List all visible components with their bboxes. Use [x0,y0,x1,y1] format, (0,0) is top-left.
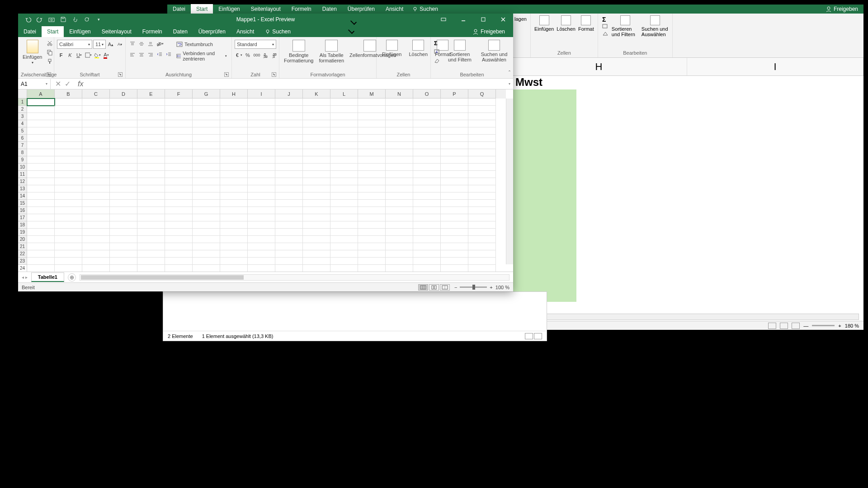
cell[interactable] [303,164,330,171]
align-bottom-button[interactable] [146,40,155,48]
cell[interactable] [358,142,386,149]
new-sheet-button[interactable]: ⊕ [68,273,76,282]
cell[interactable] [275,192,303,200]
cell[interactable] [358,243,386,250]
decrease-decimal-button[interactable]: ,00,0 [271,51,279,60]
cell[interactable] [386,127,413,135]
touch-mode-button[interactable] [71,16,79,23]
cell[interactable] [27,106,55,113]
normal-view-button[interactable] [418,284,428,291]
cell[interactable] [413,149,441,156]
cell[interactable] [27,258,55,265]
cell[interactable] [55,127,82,135]
row-header-1[interactable]: 1 [18,99,27,106]
cell[interactable] [165,142,193,149]
cell[interactable] [275,156,303,164]
column-header-e[interactable]: E [137,89,165,99]
cell[interactable] [27,265,55,272]
cell[interactable] [358,200,386,207]
cell[interactable] [413,120,441,127]
close-button[interactable] [493,14,513,25]
cell[interactable] [248,192,275,200]
cell[interactable] [82,200,110,207]
cell[interactable] [386,156,413,164]
cell[interactable] [137,200,165,207]
cell[interactable] [386,243,413,250]
row-header-4[interactable]: 4 [18,120,27,127]
cell[interactable] [137,99,165,106]
column-header-o[interactable]: O [413,89,441,99]
cell[interactable] [82,99,110,106]
cell[interactable] [468,243,496,250]
zoom-in-button[interactable]: + [490,285,492,290]
cell[interactable] [386,258,413,265]
cell[interactable] [303,243,330,250]
cell[interactable] [468,106,496,113]
cell[interactable] [275,135,303,142]
cell[interactable] [165,106,193,113]
cell[interactable] [110,156,137,164]
paste-button[interactable]: Einfügen ▾ [21,39,44,66]
tab-formeln[interactable]: Formeln [137,26,168,37]
cell[interactable] [82,185,110,192]
decrease-font-button[interactable]: A▾ [116,40,124,49]
cell[interactable] [386,99,413,106]
cell[interactable] [330,192,358,200]
cell[interactable] [330,171,358,178]
cell[interactable] [193,171,220,178]
cell[interactable] [275,120,303,127]
cell[interactable] [165,221,193,229]
cell[interactable] [468,149,496,156]
cell[interactable] [165,185,193,192]
camera-button[interactable] [48,16,55,23]
cell[interactable] [220,207,248,214]
tab-datei[interactable]: Datei [18,26,42,37]
spreadsheet-grid[interactable]: ABCDEFGHIJKLMNOPQ 1234567891011121314151… [18,89,513,272]
cell[interactable] [137,178,165,185]
cell[interactable] [220,265,248,272]
cell[interactable] [358,164,386,171]
cell[interactable] [275,214,303,221]
cell[interactable] [413,178,441,185]
cell[interactable] [220,127,248,135]
underline-button[interactable]: U▾ [75,51,83,60]
page-layout-view-button[interactable] [429,284,439,291]
cell[interactable] [110,192,137,200]
cell[interactable] [110,258,137,265]
cell[interactable] [165,156,193,164]
cell[interactable] [55,135,82,142]
cell[interactable] [165,192,193,200]
cell[interactable] [82,164,110,171]
cell[interactable] [137,229,165,236]
cell[interactable] [82,258,110,265]
cell[interactable] [27,221,55,229]
tab-seitenlayout[interactable]: Seitenlayout [96,26,137,37]
cell[interactable] [137,142,165,149]
sheet-nav-buttons[interactable]: ◂ ▸ [18,275,31,280]
cell[interactable] [55,106,82,113]
cell[interactable] [275,207,303,214]
page-break-view-button[interactable] [440,284,450,291]
cell[interactable] [386,164,413,171]
ribbon-display-button[interactable] [434,14,453,25]
row-header-17[interactable]: 17 [18,214,27,221]
row-header-6[interactable]: 6 [18,135,27,142]
bg-zoom-level[interactable]: 180 % [845,323,859,328]
cell[interactable] [193,127,220,135]
merge-center-button[interactable]: Verbinden und zentrieren▾ [175,52,229,61]
cell[interactable] [468,120,496,127]
cell[interactable] [220,106,248,113]
cell[interactable] [137,214,165,221]
cell[interactable] [82,243,110,250]
bg-insert-button[interactable]: Einfügen [534,15,554,32]
cell[interactable] [358,135,386,142]
cell[interactable] [386,265,413,272]
column-header-b[interactable]: B [55,89,82,99]
cell[interactable] [220,135,248,142]
cell[interactable] [137,258,165,265]
cell[interactable] [441,221,468,229]
cell[interactable] [165,265,193,272]
cell[interactable] [275,265,303,272]
cell[interactable] [27,156,55,164]
cell[interactable] [27,171,55,178]
